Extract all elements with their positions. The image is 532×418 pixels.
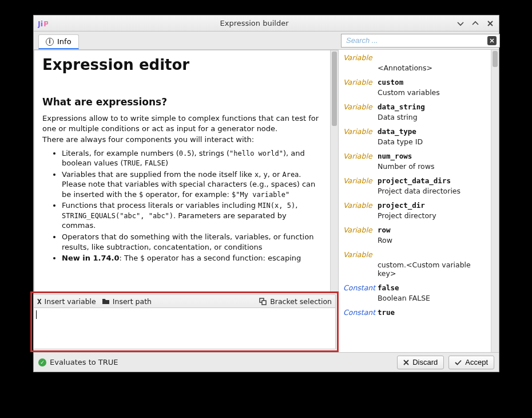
- help-list-item: New in 1.74.0: The $ operator has a seco…: [62, 253, 322, 263]
- search-input[interactable]: [341, 34, 500, 48]
- x-icon: X: [37, 297, 42, 306]
- titlebar: JiP Expression builder: [34, 15, 499, 31]
- reference-item[interactable]: Variabledata_typeData type ID: [343, 127, 489, 146]
- svg-text:Ji: Ji: [38, 19, 43, 28]
- editor-toolbar: X Insert variable Insert path: [33, 294, 336, 308]
- reference-kind: Variable: [343, 250, 373, 259]
- reference-name: project_dir: [378, 201, 425, 210]
- reference-description: Row: [378, 236, 489, 245]
- text-caret: [36, 310, 37, 319]
- window-title: Expression builder: [53, 19, 455, 27]
- reference-list: Variable<Annotations>VariablecustomCusto…: [339, 50, 499, 352]
- scrollbar-thumb[interactable]: [332, 52, 337, 126]
- reference-description: Data string: [378, 113, 489, 121]
- reference-kind: Variable: [343, 127, 373, 136]
- svg-text:P: P: [43, 19, 48, 28]
- help-scrollbar[interactable]: [330, 50, 338, 292]
- reference-description: Project directory: [378, 211, 489, 220]
- insert-path-button[interactable]: Insert path: [102, 297, 152, 306]
- reference-name: custom: [378, 78, 403, 86]
- tabbar: i Info: [34, 31, 339, 50]
- reference-description: custom.<Custom variable key>: [378, 261, 489, 278]
- reference-kind: Variable: [343, 226, 373, 234]
- reference-kind: Variable: [343, 152, 373, 160]
- footer: ✓ Evaluates to TRUE Discard Accept: [34, 352, 499, 372]
- reference-name: true: [378, 308, 395, 317]
- help-list-item: Functions that process literals or varia…: [62, 200, 322, 231]
- reference-item[interactable]: Variableproject_dirProject directory: [343, 201, 489, 220]
- reference-kind: Variable: [343, 53, 373, 62]
- help-list-item: Variables that are supplied from the nod…: [62, 169, 322, 200]
- reference-name: data_string: [378, 102, 425, 111]
- reference-kind: Variable: [343, 201, 373, 210]
- close-button[interactable]: [485, 18, 495, 29]
- right-pane: Variable<Annotations>VariablecustomCusto…: [339, 31, 499, 352]
- discard-button[interactable]: Discard: [397, 356, 444, 369]
- reference-name: project_data_dirs: [378, 176, 451, 185]
- reference-description: Boolean FALSE: [378, 294, 489, 302]
- reference-item[interactable]: Variableproject_data_dirsProject data di…: [343, 176, 489, 195]
- help-panel: Expression editor What are expressions? …: [34, 50, 339, 293]
- tab-info[interactable]: i Info: [38, 34, 79, 49]
- reference-item[interactable]: Constanttrue: [343, 308, 489, 317]
- reference-name: num_rows: [378, 152, 412, 160]
- help-heading: Expression editor: [42, 56, 322, 73]
- scrollbar-thumb[interactable]: [493, 51, 498, 67]
- search-bar: [339, 31, 499, 50]
- clear-search-icon[interactable]: [487, 36, 497, 45]
- reference-kind: Constant: [343, 283, 373, 292]
- reference-description: <Annotations>: [378, 64, 489, 72]
- folder-icon: [102, 298, 110, 305]
- reference-name: data_type: [378, 127, 416, 136]
- reference-kind: Variable: [343, 102, 373, 111]
- help-list-item: Literals, for example numbers (0.5), str…: [62, 148, 322, 168]
- help-paragraph: There are always four components you wil…: [42, 135, 322, 145]
- reference-description: Project data directories: [378, 187, 489, 195]
- status-ok-icon: ✓: [38, 358, 46, 366]
- app-logo-icon: JiP: [37, 18, 49, 29]
- editor-area: X Insert variable Insert path: [30, 291, 339, 352]
- reference-item[interactable]: Variablecustom.<Custom variable key>: [343, 250, 489, 278]
- reference-item[interactable]: Variable<Annotations>: [343, 53, 489, 72]
- info-icon: i: [46, 38, 54, 46]
- insert-variable-button[interactable]: X Insert variable: [37, 297, 96, 306]
- highlight-box: X Insert variable Insert path: [30, 291, 339, 352]
- reference-name: row: [378, 226, 391, 234]
- bracket-icon: [259, 298, 267, 305]
- reference-description: Custom variables: [378, 88, 489, 97]
- minimize-button[interactable]: [455, 18, 466, 29]
- reference-description: Data type ID: [378, 137, 489, 146]
- reference-item[interactable]: VariablecustomCustom variables: [343, 78, 489, 97]
- accept-button[interactable]: Accept: [448, 356, 494, 369]
- reference-kind: Variable: [343, 78, 373, 86]
- left-pane: i Info Expression editor What are expres…: [34, 31, 339, 352]
- reference-item[interactable]: Variabledata_stringData string: [343, 102, 489, 121]
- help-paragraph: Expressions allow to to write simple to …: [42, 113, 322, 133]
- reference-kind: Constant: [343, 308, 373, 317]
- svg-rect-3: [262, 301, 266, 305]
- x-icon: [403, 360, 409, 365]
- bracket-selection-button[interactable]: Bracket selection: [259, 297, 332, 306]
- help-list: Literals, for example numbers (0.5), str…: [62, 148, 322, 263]
- help-list-item: Operators that do something with the lit…: [62, 232, 322, 252]
- expression-input[interactable]: [33, 308, 336, 349]
- help-content: Expression editor What are expressions? …: [34, 50, 330, 292]
- tab-label: Info: [57, 37, 72, 46]
- reference-item[interactable]: Variablenum_rowsNumber of rows: [343, 152, 489, 171]
- reference-description: Number of rows: [378, 162, 489, 171]
- reference-scrollbar[interactable]: [491, 50, 499, 352]
- maximize-button[interactable]: [470, 18, 481, 29]
- expression-builder-window: JiP Expression builder i Info: [33, 15, 499, 372]
- help-subheading: What are expressions?: [42, 96, 322, 108]
- reference-name: false: [378, 283, 399, 292]
- check-icon: [455, 360, 462, 365]
- reference-item[interactable]: VariablerowRow: [343, 226, 489, 245]
- reference-kind: Variable: [343, 176, 373, 185]
- evaluation-status: ✓ Evaluates to TRUE: [38, 358, 118, 366]
- reference-item[interactable]: ConstantfalseBoolean FALSE: [343, 283, 489, 302]
